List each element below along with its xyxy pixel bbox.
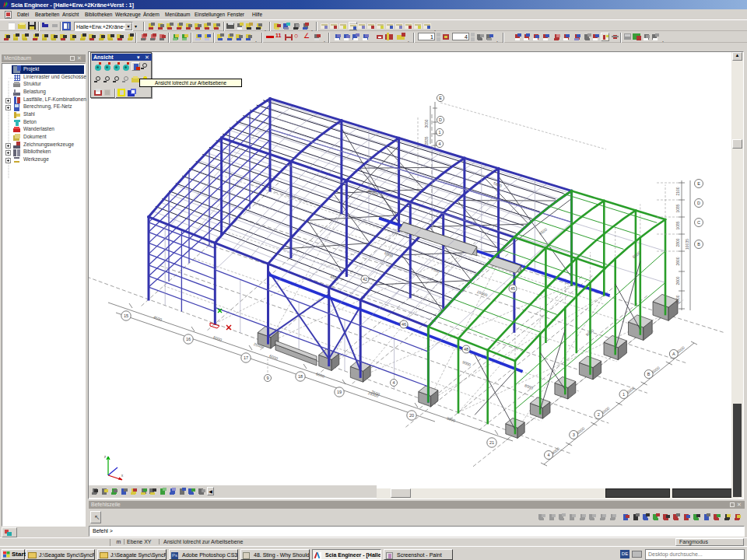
svg-text:5000: 5000	[651, 366, 661, 375]
svg-text:E: E	[697, 181, 700, 186]
svg-text:3800: 3800	[675, 295, 680, 303]
svg-text:5000: 5000	[626, 386, 636, 395]
svg-text:B: B	[647, 372, 651, 376]
svg-text:9: 9	[266, 376, 268, 380]
svg-text:9000: 9000	[446, 415, 456, 422]
svg-text:3050: 3050	[424, 119, 429, 128]
svg-text:6000: 6000	[212, 334, 223, 341]
svg-text:E: E	[439, 96, 442, 100]
svg-text:1085: 1085	[675, 204, 680, 212]
svg-text:17: 17	[244, 355, 248, 360]
svg-text:4: 4	[392, 380, 395, 385]
svg-text:7500: 7500	[430, 266, 440, 274]
svg-text:5000: 5000	[601, 406, 611, 415]
svg-text:3: 3	[573, 432, 575, 437]
svg-text:19: 19	[337, 390, 342, 394]
svg-text:46: 46	[402, 322, 406, 327]
svg-text:16: 16	[186, 337, 191, 341]
svg-text:42: 42	[363, 277, 367, 282]
svg-text:8000: 8000	[524, 383, 534, 390]
svg-text:20: 20	[409, 413, 414, 418]
svg-text:D: D	[697, 201, 700, 205]
svg-text:10035: 10035	[685, 239, 689, 250]
svg-text:1085: 1085	[675, 221, 680, 229]
svg-text:2100: 2100	[675, 187, 680, 195]
svg-text:1: 1	[622, 392, 625, 397]
svg-text:15: 15	[124, 313, 128, 318]
svg-text:4500: 4500	[538, 227, 549, 236]
svg-text:5000: 5000	[675, 345, 686, 355]
svg-text:45: 45	[510, 286, 515, 291]
svg-text:B: B	[697, 242, 700, 247]
svg-text:x: x	[121, 473, 124, 478]
svg-text:4: 4	[547, 453, 549, 457]
svg-text:2600: 2600	[675, 276, 680, 285]
svg-text:9000: 9000	[551, 446, 561, 456]
svg-text:6000: 6000	[315, 371, 325, 378]
svg-text:2800: 2800	[675, 238, 680, 247]
svg-text:z: z	[104, 454, 107, 459]
svg-text:2600: 2600	[675, 257, 680, 265]
svg-text:48: 48	[464, 347, 468, 352]
svg-text:D: D	[439, 117, 442, 122]
svg-text:2: 2	[598, 412, 600, 417]
svg-text:1: 1	[438, 130, 440, 135]
svg-text:4500: 4500	[153, 314, 163, 321]
svg-text:45000: 45000	[367, 188, 379, 196]
svg-text:21: 21	[489, 440, 494, 445]
svg-text:15000: 15000	[476, 289, 488, 297]
svg-text:2835: 2835	[424, 136, 429, 145]
svg-text:9000: 9000	[461, 359, 472, 367]
svg-text:A: A	[672, 352, 675, 356]
svg-text:5000: 5000	[576, 426, 586, 436]
svg-text:6000: 6000	[268, 353, 279, 360]
svg-text:4: 4	[438, 142, 440, 146]
svg-text:18: 18	[298, 374, 303, 379]
svg-text:C: C	[697, 220, 700, 225]
